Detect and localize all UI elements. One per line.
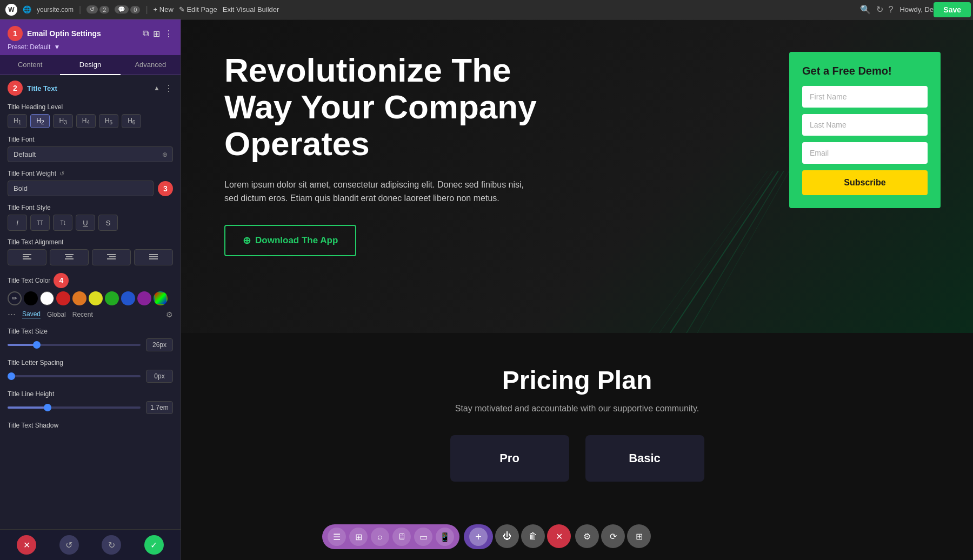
color-yellow-swatch[interactable]: [89, 291, 103, 305]
section-more-icon[interactable]: ⋮: [164, 83, 173, 94]
toolbar-tablet-btn[interactable]: ▭: [414, 528, 432, 546]
edit-page-button[interactable]: ✎ Edit Page: [179, 5, 217, 14]
toolbar-history-btn[interactable]: ⟳: [601, 524, 625, 548]
close-button[interactable]: ✕: [17, 535, 36, 555]
heading-h2-btn[interactable]: H2: [30, 114, 50, 128]
save-button[interactable]: Save: [934, 2, 971, 17]
search-topbar-icon[interactable]: 🔍: [860, 4, 871, 15]
main-layout: 1 Email Optin Settings ⧉ ⊞ ⋮ Preset: Def…: [0, 19, 973, 560]
form-first-name-input[interactable]: [802, 86, 928, 108]
align-center-btn[interactable]: [50, 249, 89, 265]
svg-rect-1: [23, 256, 29, 257]
field-letter-spacing-label: Title Letter Spacing: [8, 359, 173, 366]
color-red-swatch[interactable]: [56, 291, 70, 305]
color-purple-swatch[interactable]: [137, 291, 151, 305]
color-tab-recent[interactable]: Recent: [72, 311, 93, 318]
letter-spacing-slider-track[interactable]: [8, 375, 141, 377]
style-underline-btn[interactable]: U: [76, 215, 95, 231]
color-tab-global[interactable]: Global: [47, 311, 66, 318]
tab-advanced[interactable]: Advanced: [121, 55, 181, 74]
preset-label: Preset: Default: [8, 43, 50, 51]
sidebar-layout-icon[interactable]: ⊞: [153, 29, 160, 39]
hero-section: Revolutionize The Way Your Company Opera…: [181, 19, 973, 333]
redo-button[interactable]: ↻: [102, 535, 121, 555]
style-capitalize-btn[interactable]: Tt: [53, 215, 72, 231]
form-email-input[interactable]: [802, 142, 928, 164]
toolbar-add-btn[interactable]: +: [469, 528, 488, 546]
letter-spacing-input[interactable]: [146, 370, 173, 383]
heading-h6-btn[interactable]: H6: [122, 114, 141, 128]
color-settings-icon[interactable]: ⚙: [166, 310, 173, 319]
undo-icon: ↺: [86, 5, 98, 14]
title-size-slider-track[interactable]: [8, 344, 141, 346]
color-white-swatch[interactable]: [40, 291, 54, 305]
help-topbar-icon[interactable]: ?: [889, 5, 894, 15]
preset-dropdown-icon[interactable]: ▼: [54, 43, 60, 51]
heading-h1-btn[interactable]: H1: [8, 114, 27, 128]
site-icon[interactable]: 🌐: [23, 5, 31, 14]
toolbar-layout-btn[interactable]: ⊞: [627, 524, 651, 548]
color-eraser-swatch[interactable]: [154, 291, 168, 305]
comment-counter[interactable]: 💬 0: [115, 5, 140, 14]
refresh-topbar-icon[interactable]: ↻: [876, 4, 883, 15]
line-height-slider-row: [8, 401, 173, 414]
exit-vb-button[interactable]: Exit Visual Builder: [223, 5, 279, 14]
undo-counter[interactable]: ↺ 2: [86, 5, 109, 14]
color-tabs-row: ··· Saved Global Recent ⚙: [8, 309, 173, 320]
tab-content[interactable]: Content: [0, 55, 60, 74]
color-black-swatch[interactable]: [24, 291, 38, 305]
style-uppercase-btn[interactable]: TT: [30, 215, 50, 231]
topbar-right: 🔍 ↻ ? Howdy, Deanna Save: [860, 4, 968, 16]
tab-design[interactable]: Design: [60, 55, 120, 75]
undo-button[interactable]: ↺: [59, 535, 79, 555]
toolbar-close-group-btn[interactable]: ✕: [547, 524, 571, 548]
toolbar-power-btn[interactable]: ⏻: [495, 524, 519, 548]
line-height-thumb[interactable]: [44, 404, 51, 411]
comment-count-badge: 0: [130, 6, 140, 14]
field-title-text-size-label: Title Text Size: [8, 328, 173, 335]
section-title-row: 2 Title Text: [8, 81, 57, 96]
color-tab-saved[interactable]: Saved: [22, 310, 41, 318]
letter-spacing-thumb[interactable]: [8, 372, 15, 380]
style-strikethrough-btn[interactable]: S: [98, 215, 118, 231]
style-italic-btn[interactable]: I: [8, 215, 27, 231]
line-height-input[interactable]: [146, 401, 173, 414]
toolbar-trash-btn[interactable]: 🗑: [521, 524, 545, 548]
wp-logo-icon[interactable]: W: [5, 4, 17, 16]
font-weight-input[interactable]: [8, 181, 154, 196]
new-button[interactable]: + New: [154, 5, 174, 14]
heading-h4-btn[interactable]: H4: [76, 114, 96, 128]
color-blue-swatch[interactable]: [121, 291, 135, 305]
toolbar-menu-btn[interactable]: ☰: [328, 528, 346, 546]
color-green-swatch[interactable]: [105, 291, 119, 305]
topbar-tools: 🔍 ↻ ?: [860, 4, 894, 15]
sidebar-more-icon[interactable]: ⋮: [164, 29, 173, 39]
align-justify-btn[interactable]: [134, 249, 173, 265]
subscribe-button[interactable]: Subscribe: [802, 170, 928, 195]
heading-h5-btn[interactable]: H5: [99, 114, 118, 128]
section-collapse-icon[interactable]: ▲: [154, 84, 160, 92]
confirm-button[interactable]: ✓: [144, 535, 164, 555]
color-pencil-swatch[interactable]: ✏: [8, 291, 22, 305]
hero-cta-button[interactable]: ⊕ Download The App: [224, 225, 356, 256]
color-orange-swatch[interactable]: [72, 291, 86, 305]
align-left-btn[interactable]: [8, 249, 46, 265]
heading-h3-btn[interactable]: H3: [53, 114, 72, 128]
toolbar-monitor-btn[interactable]: 🖥: [392, 528, 411, 546]
font-weight-reset-icon[interactable]: ↺: [59, 170, 64, 177]
title-font-select-wrapper: Default ⊕: [8, 146, 173, 162]
title-size-slider-thumb[interactable]: [33, 341, 41, 349]
color-expand-dots[interactable]: ···: [8, 309, 16, 320]
toolbar-search-btn[interactable]: ⌕: [371, 528, 389, 546]
toolbar-mobile-btn[interactable]: 📱: [436, 528, 454, 546]
toolbar-settings-btn[interactable]: ⚙: [575, 524, 599, 548]
align-right-btn[interactable]: [92, 249, 131, 265]
svg-rect-6: [107, 254, 116, 255]
line-height-slider-track[interactable]: [8, 406, 141, 409]
sidebar-copy-icon[interactable]: ⧉: [143, 29, 149, 38]
form-last-name-input[interactable]: [802, 114, 928, 136]
title-font-select[interactable]: Default: [8, 146, 173, 162]
title-size-input[interactable]: [146, 338, 173, 351]
toolbar-grid-btn[interactable]: ⊞: [349, 528, 368, 546]
field-heading-level: Title Heading Level H1 H2 H3 H4 H5 H6: [8, 103, 173, 128]
